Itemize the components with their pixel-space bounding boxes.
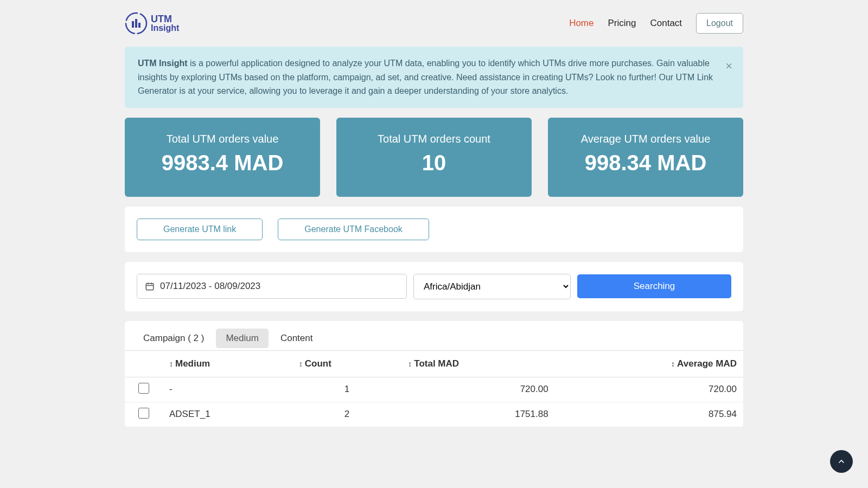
tab-medium[interactable]: Medium bbox=[216, 329, 268, 348]
nav-pricing[interactable]: Pricing bbox=[608, 18, 636, 29]
timezone-select[interactable]: Africa/Abidjan bbox=[413, 274, 571, 299]
calendar-icon bbox=[145, 281, 155, 291]
sort-icon: ↕ bbox=[671, 359, 675, 368]
stat-average: Average UTM orders value 998.34 MAD bbox=[548, 118, 743, 197]
close-icon[interactable]: × bbox=[725, 56, 732, 75]
brand-text-2: Insight bbox=[151, 24, 179, 33]
table-row: ADSET_1 2 1751.88 875.94 bbox=[125, 402, 743, 427]
stat-title: Average UTM orders value bbox=[559, 133, 732, 145]
logo-icon bbox=[125, 12, 148, 35]
stat-value: 9983.4 MAD bbox=[136, 151, 309, 175]
results-table: ↕Medium ↕Count ↕Total MAD ↕Average MAD -… bbox=[125, 350, 743, 427]
nav-contact[interactable]: Contact bbox=[650, 18, 682, 29]
brand-text-1: UTM bbox=[151, 14, 179, 24]
stat-title: Total UTM orders count bbox=[347, 133, 521, 145]
banner-bold: UTM Insight bbox=[138, 59, 188, 68]
banner-text: is a powerful application designed to an… bbox=[138, 59, 713, 95]
sort-icon: ↕ bbox=[169, 359, 173, 368]
stat-total-value: Total UTM orders value 9983.4 MAD bbox=[125, 118, 320, 197]
stat-value: 10 bbox=[347, 151, 521, 175]
date-range-value: 07/11/2023 - 08/09/2023 bbox=[160, 281, 260, 292]
sort-icon: ↕ bbox=[408, 359, 412, 368]
date-range-input[interactable]: 07/11/2023 - 08/09/2023 bbox=[137, 274, 407, 299]
table-row: - 1 720.00 720.00 bbox=[125, 377, 743, 402]
col-medium[interactable]: ↕Medium bbox=[163, 350, 292, 377]
info-banner: UTM Insight is a powerful application de… bbox=[125, 47, 743, 108]
nav-home[interactable]: Home bbox=[569, 18, 593, 29]
logout-button[interactable]: Logout bbox=[696, 13, 743, 34]
col-count[interactable]: ↕Count bbox=[292, 350, 402, 377]
svg-rect-4 bbox=[146, 284, 154, 290]
generate-utm-facebook-button[interactable]: Generate UTM Facebook bbox=[278, 219, 429, 240]
tab-campaign[interactable]: Campaign ( 2 ) bbox=[133, 329, 214, 348]
svg-rect-1 bbox=[132, 21, 134, 28]
stat-title: Total UTM orders value bbox=[136, 133, 309, 145]
stat-count: Total UTM orders count 10 bbox=[336, 118, 532, 197]
row-checkbox[interactable] bbox=[138, 383, 149, 394]
generate-utm-link-button[interactable]: Generate UTM link bbox=[137, 219, 263, 240]
row-checkbox[interactable] bbox=[138, 408, 149, 419]
stat-value: 998.34 MAD bbox=[559, 151, 732, 175]
sort-icon: ↕ bbox=[299, 359, 303, 368]
search-button[interactable]: Searching bbox=[577, 274, 731, 298]
svg-rect-3 bbox=[138, 23, 141, 28]
brand-logo: UTM Insight bbox=[125, 12, 179, 35]
col-avg[interactable]: ↕Average MAD bbox=[555, 350, 743, 377]
col-total[interactable]: ↕Total MAD bbox=[401, 350, 554, 377]
tab-content[interactable]: Content bbox=[271, 329, 323, 348]
svg-rect-2 bbox=[135, 19, 137, 28]
